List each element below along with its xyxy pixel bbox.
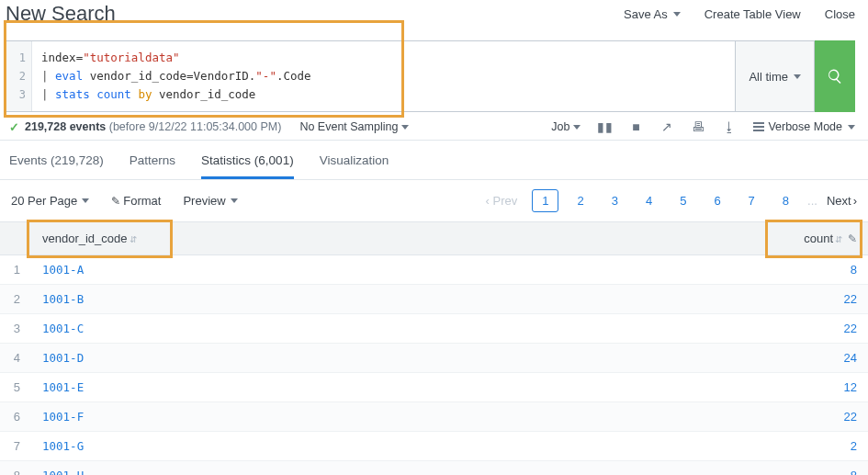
vendor-link[interactable]: 1001-G	[42, 439, 84, 453]
tab-patterns[interactable]: Patterns	[130, 150, 175, 179]
format-button[interactable]: ✎Format	[111, 194, 161, 208]
next-page-link[interactable]: Next ›	[827, 194, 857, 208]
job-label: Job	[551, 120, 569, 133]
search-icon	[827, 68, 843, 85]
count-cell[interactable]: 2	[785, 432, 868, 461]
table-row: 51001-E12	[0, 373, 868, 402]
page-7[interactable]: 7	[739, 190, 764, 211]
q-l3d: count	[96, 87, 131, 101]
count-cell[interactable]: 8	[785, 255, 868, 285]
row-index: 8	[0, 461, 31, 476]
table-row: 81001-H8	[0, 461, 868, 476]
vendor-link[interactable]: 1001-E	[42, 380, 84, 394]
vendor-link[interactable]: 1001-D	[42, 351, 84, 365]
q-l3g: vendor_id_code	[152, 87, 255, 101]
row-index: 6	[0, 402, 31, 432]
table-row: 21001-B22	[0, 285, 868, 314]
vendor-link[interactable]: 1001-H	[42, 469, 84, 475]
preview-dropdown[interactable]: Preview	[183, 194, 237, 208]
q-l2d: "-"	[255, 69, 276, 83]
col-count-label: count	[804, 232, 833, 245]
q-l2c: vendor_id_code=VendorID.	[83, 69, 255, 83]
search-row: 1 2 3 index="tutorialdata" | eval vendor…	[0, 40, 868, 112]
per-page-label: 20 Per Page	[11, 194, 77, 208]
results-table: vendor_id_code⇵ count⇵✎ 11001-A821001-B2…	[0, 221, 868, 475]
preview-label: Preview	[183, 194, 225, 208]
vendor-cell: 1001-H	[31, 461, 785, 476]
page-6[interactable]: 6	[705, 190, 729, 211]
page-4[interactable]: 4	[637, 190, 661, 211]
search-mode-dropdown[interactable]: Verbose Mode	[753, 120, 855, 133]
count-cell[interactable]: 22	[785, 285, 868, 314]
page-8[interactable]: 8	[773, 190, 798, 211]
print-icon[interactable]: 🖶	[691, 119, 705, 134]
save-as-button[interactable]: Save As	[624, 7, 681, 21]
stop-icon[interactable]: ■	[628, 119, 643, 134]
vendor-cell: 1001-D	[31, 344, 785, 373]
count-cell[interactable]: 24	[785, 344, 868, 373]
vendor-cell: 1001-E	[31, 373, 785, 402]
main-tabs: Events (219,728) Patterns Statistics (6,…	[0, 141, 868, 180]
q-l2b: eval	[55, 69, 83, 83]
query-editor[interactable]: 1 2 3 index="tutorialdata" | eval vendor…	[6, 40, 736, 112]
q-l2e: .Code	[276, 69, 311, 83]
caret-down-icon	[794, 74, 801, 79]
count-cell[interactable]: 8	[785, 461, 868, 476]
header-actions: Save As Create Table View Close	[624, 7, 855, 21]
col-count-header[interactable]: count⇵✎	[785, 222, 868, 255]
gutter-line-1: 1	[12, 49, 26, 67]
count-cell[interactable]: 12	[785, 373, 868, 402]
time-range-picker[interactable]: All time	[736, 40, 815, 112]
caret-down-icon	[82, 198, 89, 203]
event-sampling-dropdown[interactable]: No Event Sampling	[299, 120, 409, 133]
sort-icon: ⇵	[130, 234, 137, 244]
q-l3b: stats	[55, 87, 90, 101]
create-table-view-button[interactable]: Create Table View	[705, 7, 801, 21]
page-1[interactable]: 1	[532, 189, 558, 212]
download-icon[interactable]: ⭳	[722, 119, 737, 134]
save-as-label: Save As	[624, 7, 668, 21]
time-range-label: All time	[749, 70, 788, 84]
job-toolbar: Job ▮▮ ■ ↗ 🖶 ⭳ Verbose Mode	[551, 119, 855, 134]
q-l1b: "tutorialdata"	[83, 51, 179, 64]
vendor-link[interactable]: 1001-B	[42, 292, 84, 306]
sort-icon: ⇵	[835, 234, 842, 244]
col-vendor-header[interactable]: vendor_id_code⇵	[31, 222, 785, 255]
caret-down-icon	[673, 12, 681, 17]
vendor-link[interactable]: 1001-C	[42, 322, 84, 335]
table-row: 11001-A8	[0, 255, 868, 285]
query-gutter: 1 2 3	[6, 41, 32, 111]
tab-visualization[interactable]: Visualization	[320, 150, 389, 179]
count-cell[interactable]: 22	[785, 402, 868, 432]
q-l2a: |	[41, 69, 55, 83]
check-icon: ✓	[9, 120, 19, 134]
row-index: 3	[0, 314, 31, 344]
caret-down-icon	[573, 125, 581, 130]
row-index: 2	[0, 285, 31, 314]
gutter-line-3: 3	[12, 85, 26, 104]
vendor-link[interactable]: 1001-F	[42, 410, 84, 424]
job-status-left: ✓ 219,728 events (before 9/12/22 11:05:3…	[9, 120, 409, 134]
prev-page-link[interactable]: ‹ Prev	[480, 190, 524, 211]
share-icon[interactable]: ↗	[659, 119, 674, 134]
row-index: 4	[0, 344, 31, 373]
tab-statistics[interactable]: Statistics (6,001)	[201, 150, 294, 179]
mode-icon	[753, 122, 764, 131]
page-5[interactable]: 5	[671, 190, 695, 211]
count-cell[interactable]: 22	[785, 314, 868, 344]
page-ellipsis: ...	[807, 194, 817, 208]
job-status-bar: ✓ 219,728 events (before 9/12/22 11:05:3…	[0, 112, 868, 141]
job-dropdown[interactable]: Job	[551, 120, 581, 133]
run-search-button[interactable]	[815, 40, 855, 112]
close-button[interactable]: Close	[825, 7, 855, 21]
page-2[interactable]: 2	[568, 190, 592, 211]
query-code[interactable]: index="tutorialdata" | eval vendor_id_co…	[32, 41, 735, 111]
page-3[interactable]: 3	[603, 190, 627, 211]
q-l3a: |	[41, 87, 55, 101]
pencil-icon[interactable]: ✎	[848, 232, 857, 245]
pause-icon[interactable]: ▮▮	[597, 119, 612, 134]
table-row: 31001-C22	[0, 314, 868, 344]
tab-events[interactable]: Events (219,728)	[9, 150, 104, 179]
vendor-link[interactable]: 1001-A	[42, 263, 84, 277]
per-page-dropdown[interactable]: 20 Per Page	[11, 194, 89, 208]
